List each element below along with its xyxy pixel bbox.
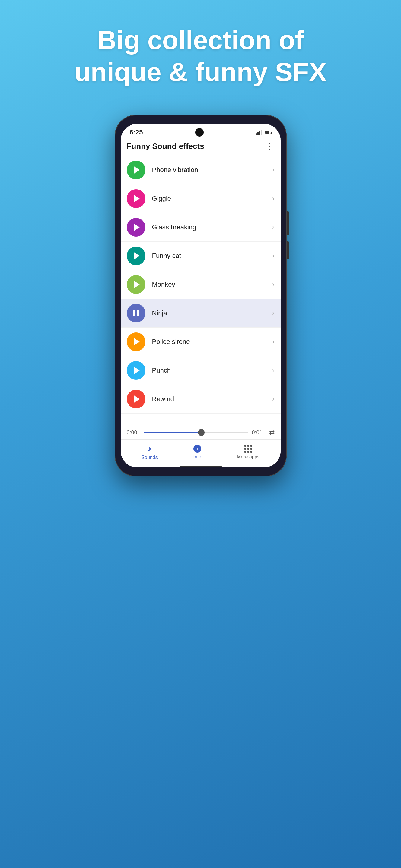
play-button-rewind[interactable] xyxy=(127,390,145,408)
play-button-funny-cat[interactable] xyxy=(127,247,145,265)
time-start: 0:00 xyxy=(127,430,140,436)
sounds-label: Sounds xyxy=(141,455,157,460)
info-label: Info xyxy=(193,454,201,460)
sound-name-giggle: Giggle xyxy=(152,195,273,203)
home-indicator xyxy=(179,466,222,467)
sound-name-rewind: Rewind xyxy=(152,395,273,403)
chevron-funny-cat: › xyxy=(272,252,274,260)
sounds-icon: ♪ xyxy=(147,444,151,453)
sound-name-funny-cat: Funny cat xyxy=(152,252,273,260)
app-header: Funny Sound effects ⋮ xyxy=(121,139,281,156)
pause-icon-ninja xyxy=(133,310,139,316)
chevron-police-sirene: › xyxy=(272,338,274,346)
sound-item-funny-cat[interactable]: Funny cat› xyxy=(121,242,281,270)
play-icon-phone-vibration xyxy=(134,166,140,174)
sound-item-phone-vibration[interactable]: Phone vibration› xyxy=(121,156,281,184)
phone-button-right xyxy=(287,211,289,236)
sound-item-monkey[interactable]: Monkey› xyxy=(121,270,281,299)
chevron-monkey: › xyxy=(272,281,274,288)
progress-row: 0:00 0:01 ⇄ xyxy=(127,429,275,436)
chevron-giggle: › xyxy=(272,195,274,203)
app-title: Funny Sound effects xyxy=(127,142,204,151)
play-button-phone-vibration[interactable] xyxy=(127,161,145,179)
time-end: 0:01 xyxy=(252,430,265,436)
phone-mockup: 6:25 Funny Sound effects ⋮ xyxy=(115,115,287,476)
play-button-police-sirene[interactable] xyxy=(127,333,145,351)
sound-item-police-sirene[interactable]: Police sirene› xyxy=(121,328,281,356)
repeat-button[interactable]: ⇄ xyxy=(269,429,275,436)
sound-name-police-sirene: Police sirene xyxy=(152,338,273,346)
more-menu-button[interactable]: ⋮ xyxy=(265,141,275,151)
phone-button-right2 xyxy=(287,241,289,259)
sound-item-rewind[interactable]: Rewind› xyxy=(121,385,281,413)
chevron-phone-vibration: › xyxy=(272,166,274,174)
sound-name-glass-breaking: Glass breaking xyxy=(152,223,273,231)
sound-list: Phone vibration›Giggle›Glass breaking›Fu… xyxy=(121,156,281,423)
nav-more-apps[interactable]: More apps xyxy=(237,445,260,460)
play-icon-monkey xyxy=(134,281,140,288)
play-icon-funny-cat xyxy=(134,252,140,260)
chevron-rewind: › xyxy=(272,395,274,403)
play-button-monkey[interactable] xyxy=(127,275,145,294)
sound-item-punch[interactable]: Punch› xyxy=(121,356,281,385)
sound-item-ninja[interactable]: Ninja› xyxy=(121,299,281,328)
info-icon: i xyxy=(193,445,201,453)
play-button-ninja[interactable] xyxy=(127,304,145,322)
sound-item-glass-breaking[interactable]: Glass breaking› xyxy=(121,213,281,242)
sound-name-punch: Punch xyxy=(152,367,273,374)
player-bar: 0:00 0:01 ⇄ xyxy=(121,423,281,439)
camera-notch xyxy=(195,128,204,136)
more-apps-icon xyxy=(245,445,252,453)
play-button-punch[interactable] xyxy=(127,361,145,380)
chevron-punch: › xyxy=(272,367,274,374)
hero-section: Big collection of unique & funny SFX xyxy=(56,0,345,88)
progress-track[interactable] xyxy=(144,432,248,433)
nav-sounds[interactable]: ♪ Sounds xyxy=(141,444,157,460)
sound-name-phone-vibration: Phone vibration xyxy=(152,166,273,174)
play-icon-glass-breaking xyxy=(134,223,140,231)
play-icon-giggle xyxy=(134,195,140,203)
status-time: 6:25 xyxy=(130,128,143,136)
status-bar: 6:25 xyxy=(121,124,281,139)
chevron-glass-breaking: › xyxy=(272,223,274,231)
play-icon-punch xyxy=(134,367,140,374)
play-icon-police-sirene xyxy=(134,338,140,346)
play-button-giggle[interactable] xyxy=(127,189,145,208)
status-icons xyxy=(256,130,271,135)
progress-fill xyxy=(144,432,201,433)
nav-info[interactable]: i Info xyxy=(193,445,201,460)
phone-screen: 6:25 Funny Sound effects ⋮ xyxy=(121,124,281,467)
more-apps-label: More apps xyxy=(237,454,260,460)
signal-icon xyxy=(256,130,262,135)
phone-outer: 6:25 Funny Sound effects ⋮ xyxy=(115,115,287,476)
sound-item-giggle[interactable]: Giggle› xyxy=(121,184,281,213)
sound-name-monkey: Monkey xyxy=(152,281,273,288)
sound-name-ninja: Ninja xyxy=(152,309,273,317)
bottom-nav: ♪ Sounds i Info xyxy=(121,439,281,463)
progress-thumb xyxy=(198,429,205,436)
hero-text: Big collection of unique & funny SFX xyxy=(56,24,345,88)
play-icon-rewind xyxy=(134,395,140,403)
battery-icon xyxy=(265,130,271,134)
chevron-ninja: › xyxy=(272,309,274,317)
play-button-glass-breaking[interactable] xyxy=(127,218,145,237)
